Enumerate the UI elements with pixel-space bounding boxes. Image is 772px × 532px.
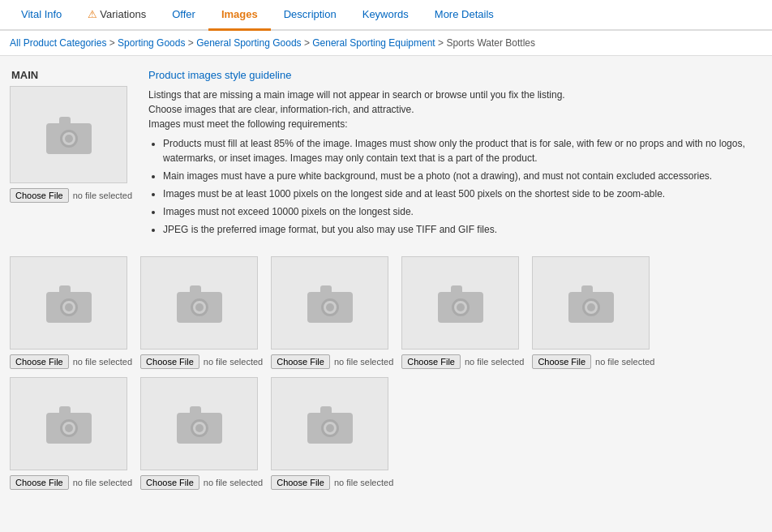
guidelines-col: Product images style guideline Listings … bbox=[148, 69, 762, 240]
guidelines-intro2: Choose images that are clear, informatio… bbox=[148, 104, 414, 115]
camera-icon-2 bbox=[175, 284, 224, 323]
guidelines-text: Listings that are missing a main image w… bbox=[148, 88, 762, 237]
no-file-label-8: no file selected bbox=[334, 478, 393, 487]
image-box-7 bbox=[140, 377, 258, 470]
breadcrumb-current: Sports Water Bottles bbox=[446, 37, 535, 49]
images-section: MAIN Choose File no file selected Produc… bbox=[10, 69, 762, 240]
choose-file-button-1[interactable]: Choose File bbox=[10, 354, 69, 369]
image-cell-1: Choose File no file selected bbox=[10, 256, 132, 369]
breadcrumb-sep3: > bbox=[304, 37, 312, 49]
breadcrumb-sep: > bbox=[109, 37, 118, 49]
file-row-2: Choose File no file selected bbox=[140, 354, 263, 369]
file-row-8: Choose File no file selected bbox=[271, 475, 393, 490]
file-row-1: Choose File no file selected bbox=[10, 354, 132, 369]
image-cell-7: Choose File no file selected bbox=[140, 377, 263, 490]
choose-file-button-6[interactable]: Choose File bbox=[10, 475, 69, 490]
breadcrumb-all-categories[interactable]: All Product Categories bbox=[10, 37, 106, 49]
tab-images[interactable]: Images bbox=[208, 0, 271, 31]
main-file-input-row: Choose File no file selected bbox=[10, 188, 132, 203]
breadcrumb-sporting-goods[interactable]: Sporting Goods bbox=[118, 37, 185, 49]
image-cell-6a: Choose File no file selected bbox=[10, 377, 132, 490]
main-no-file-label: no file selected bbox=[73, 191, 132, 200]
camera-icon-8 bbox=[306, 405, 354, 444]
camera-icon-4 bbox=[436, 284, 485, 323]
choose-file-button-5[interactable]: Choose File bbox=[532, 354, 591, 369]
choose-file-button-8[interactable]: Choose File bbox=[271, 475, 330, 490]
main-image-col: MAIN Choose File no file selected bbox=[10, 69, 132, 240]
file-row-6: Choose File no file selected bbox=[10, 475, 132, 490]
choose-file-button-2[interactable]: Choose File bbox=[140, 354, 199, 369]
image-box-6 bbox=[10, 377, 127, 470]
additional-images-grid: Choose File no file selected Choose File… bbox=[10, 256, 762, 490]
tab-offer[interactable]: Offer bbox=[159, 0, 208, 31]
tab-vital-info[interactable]: Vital Info bbox=[8, 0, 75, 31]
guidelines-list: Products must fill at least 85% of the i… bbox=[148, 136, 762, 237]
images-content: MAIN Choose File no file selected Produc… bbox=[0, 56, 772, 503]
no-file-label-7: no file selected bbox=[204, 478, 263, 487]
image-box-1 bbox=[10, 256, 127, 350]
tab-keywords[interactable]: Keywords bbox=[350, 0, 422, 31]
choose-file-button-7[interactable]: Choose File bbox=[140, 475, 199, 490]
image-box-8 bbox=[271, 377, 388, 470]
camera-body bbox=[46, 123, 92, 154]
breadcrumb: All Product Categories > Sporting Goods … bbox=[0, 31, 772, 56]
camera-lens bbox=[60, 130, 78, 148]
choose-file-button-4[interactable]: Choose File bbox=[401, 354, 461, 369]
image-box-4 bbox=[401, 256, 519, 350]
file-row-4: Choose File no file selected bbox=[401, 354, 524, 369]
guideline-item-4: Images must not exceed 10000 pixels on t… bbox=[163, 204, 762, 219]
image-cell-6: Choose File no file selected Choose File… bbox=[10, 377, 762, 490]
main-image-box bbox=[10, 86, 127, 183]
camera-icon-3 bbox=[306, 284, 354, 323]
image-box-3 bbox=[271, 256, 388, 350]
camera-icon-1 bbox=[45, 284, 93, 323]
image-cell-8: Choose File no file selected bbox=[271, 377, 393, 490]
main-label: MAIN bbox=[11, 69, 38, 81]
camera-bump bbox=[59, 117, 71, 123]
breadcrumb-sep4: > bbox=[438, 37, 446, 49]
image-box-5 bbox=[532, 256, 650, 350]
image-box-2 bbox=[140, 256, 258, 350]
breadcrumb-sep2: > bbox=[188, 37, 196, 49]
guidelines-title: Product images style guideline bbox=[148, 69, 762, 81]
guideline-item-3: Images must be at least 1000 pixels on t… bbox=[163, 187, 762, 201]
tab-more-details[interactable]: More Details bbox=[422, 0, 507, 31]
camera-icon-7 bbox=[175, 405, 224, 444]
file-row-5: Choose File no file selected bbox=[532, 354, 654, 369]
image-cell-2: Choose File no file selected bbox=[140, 256, 263, 369]
guideline-item-2: Main images must have a pure white backg… bbox=[163, 169, 762, 183]
guideline-item-1: Products must fill at least 85% of the i… bbox=[163, 136, 762, 165]
no-file-label-4: no file selected bbox=[465, 357, 524, 367]
guideline-item-5: JPEG is the preferred image format, but … bbox=[163, 222, 762, 237]
tab-bar: Vital Info ⚠Variations Offer Images Desc… bbox=[0, 0, 772, 31]
guidelines-intro1: Listings that are missing a main image w… bbox=[148, 89, 565, 101]
no-file-label-5: no file selected bbox=[595, 357, 654, 367]
warning-icon: ⚠ bbox=[88, 8, 97, 20]
image-cell-3: Choose File no file selected bbox=[271, 256, 393, 369]
camera-lens-inner bbox=[65, 135, 73, 143]
breadcrumb-general-equipment[interactable]: General Sporting Equipment bbox=[312, 37, 435, 49]
no-file-label-3: no file selected bbox=[334, 357, 393, 367]
breadcrumb-general-sporting-goods[interactable]: General Sporting Goods bbox=[196, 37, 301, 49]
choose-file-button-3[interactable]: Choose File bbox=[271, 354, 330, 369]
main-choose-file-button[interactable]: Choose File bbox=[10, 188, 69, 203]
no-file-label-1: no file selected bbox=[73, 357, 132, 367]
camera-icon-5 bbox=[567, 284, 615, 323]
image-cell-5: Choose File no file selected bbox=[532, 256, 654, 369]
image-cell-4: Choose File no file selected bbox=[401, 256, 524, 369]
file-row-3: Choose File no file selected bbox=[271, 354, 393, 369]
guidelines-intro3: Images must meet the following requireme… bbox=[148, 118, 347, 130]
no-file-label-6: no file selected bbox=[73, 478, 132, 487]
tab-description[interactable]: Description bbox=[271, 0, 350, 31]
camera-icon bbox=[45, 115, 93, 154]
no-file-label-2: no file selected bbox=[204, 357, 263, 367]
tab-variations[interactable]: ⚠Variations bbox=[75, 0, 159, 31]
camera-icon-6 bbox=[45, 405, 93, 444]
file-row-7: Choose File no file selected bbox=[140, 475, 263, 490]
